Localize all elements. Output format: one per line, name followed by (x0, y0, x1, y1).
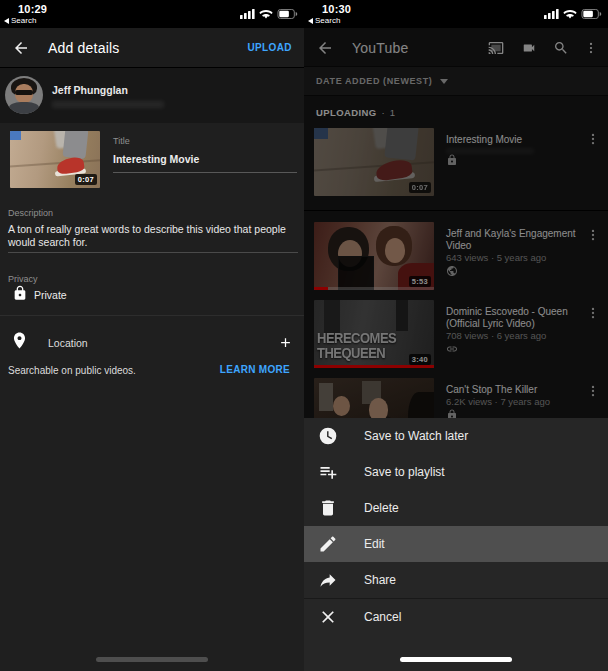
location-field[interactable]: Location (48, 337, 88, 349)
screen-add-details: 10:29 Search Add details UPLOAD Jeff Phu… (0, 0, 304, 671)
video-title: Interesting Movie (446, 134, 582, 146)
menu-item-share[interactable]: Share (304, 562, 608, 598)
status-bar: 10:29 Search (0, 0, 304, 28)
globe-icon (446, 265, 458, 277)
menu-item-delete[interactable]: Delete (304, 490, 608, 526)
lock-icon (446, 154, 458, 166)
video-thumbnail[interactable]: 0:07 (10, 131, 100, 188)
thumb-leg (63, 131, 89, 158)
back-app-label: Search (315, 16, 340, 25)
video-thumbnail[interactable]: 0:07 (314, 128, 434, 196)
description-label: Description (8, 208, 53, 218)
item-menu-icon[interactable] (586, 228, 600, 242)
video-thumbnail[interactable]: 5:53 (314, 222, 434, 290)
sort-filter-bar[interactable]: DATE ADDED (NEWEST) (304, 66, 608, 96)
redacted-text (52, 101, 164, 108)
screenshot-stage: 10:29 Search Add details UPLOAD Jeff Phu… (0, 0, 608, 671)
title-underline (113, 172, 297, 173)
cellular-signal-icon (240, 9, 255, 19)
thumb-blue-corner (10, 131, 21, 140)
trash-icon (318, 498, 338, 518)
menu-item-cancel[interactable]: Cancel (304, 599, 608, 635)
menu-item-label: Save to Watch later (364, 429, 468, 443)
watch-progress-bar (314, 365, 434, 368)
menu-item-save-watch-later[interactable]: Save to Watch later (304, 418, 608, 454)
section-divider (304, 210, 608, 211)
back-triangle-icon (4, 18, 9, 24)
upload-button[interactable]: UPLOAD (247, 42, 292, 53)
learn-more-link[interactable]: LEARN MORE (220, 364, 290, 375)
menu-item-label: Share (364, 573, 396, 587)
thumb-face-left (333, 396, 350, 416)
title-label: Title (113, 136, 130, 146)
duration-badge: 0:07 (409, 182, 431, 193)
home-indicator[interactable] (96, 657, 208, 662)
cellular-signal-icon (544, 9, 559, 19)
action-sheet: Save to Watch later Save to playlist Del… (304, 418, 608, 671)
camcorder-icon[interactable] (520, 41, 538, 55)
menu-item-label: Save to playlist (364, 465, 445, 479)
status-icons (240, 9, 298, 19)
video-meta: 708 views · 6 years ago (446, 330, 586, 341)
section-divider (0, 315, 304, 316)
video-title: Jeff and Kayla's Engagement Video (446, 228, 582, 252)
page-title: Add details (48, 40, 119, 56)
title-input[interactable]: Interesting Movie (113, 153, 199, 165)
privacy-label: Privacy (8, 274, 38, 284)
thumb-building-2 (396, 300, 408, 331)
more-options-icon[interactable] (584, 40, 598, 56)
account-name: Jeff Phungglan (52, 84, 128, 96)
item-menu-icon[interactable] (586, 306, 600, 320)
video-title: Dominic Escovedo - Queen (Official Lyric… (446, 306, 582, 330)
details-form: 0:07 Title Interesting Movie Description… (0, 123, 304, 671)
menu-item-save-playlist[interactable]: Save to playlist (304, 454, 608, 490)
home-indicator[interactable] (400, 657, 512, 662)
back-to-app-link[interactable]: Search (308, 16, 340, 25)
privacy-value[interactable]: Private (34, 289, 67, 301)
cast-icon[interactable] (487, 40, 505, 56)
share-arrow-icon (318, 570, 338, 590)
watch-later-icon (318, 426, 338, 446)
sort-filter-label: DATE ADDED (NEWEST) (316, 76, 432, 86)
thumb-overlay-text: HERECOMESTHEQUEEN (317, 330, 396, 360)
status-time: 10:29 (18, 3, 47, 15)
video-meta: 6.2K views · 7 years ago (446, 396, 586, 407)
close-icon (318, 607, 338, 627)
watch-progress-bar (314, 287, 328, 290)
page-title: YouTube (352, 40, 408, 56)
location-pin-icon (10, 331, 29, 350)
watch-progress-track (314, 365, 434, 368)
appbar-add-details: Add details UPLOAD (0, 28, 304, 68)
search-icon[interactable] (553, 40, 569, 56)
link-icon (446, 343, 458, 355)
video-thumbnail[interactable]: HERECOMESTHEQUEEN 3:40 (314, 300, 434, 368)
back-arrow-icon[interactable] (12, 39, 30, 57)
item-menu-icon[interactable] (586, 384, 600, 398)
description-input[interactable]: A ton of really great words to describe … (8, 223, 300, 249)
location-hint: Searchable on public videos. (8, 365, 136, 376)
back-to-app-link[interactable]: Search (4, 16, 36, 25)
thumb-blue-corner (314, 128, 328, 139)
thumb-floor (10, 158, 100, 168)
status-bar: 10:30 Search (304, 0, 608, 28)
item-menu-icon[interactable] (586, 132, 600, 146)
add-location-icon[interactable] (278, 335, 293, 350)
wifi-icon (563, 9, 577, 19)
duration-badge: 5:53 (409, 276, 431, 287)
video-meta: 643 views · 5 years ago (446, 252, 586, 263)
back-arrow-icon[interactable] (316, 39, 334, 57)
avatar[interactable] (5, 76, 43, 114)
duration-badge: 3:40 (409, 354, 431, 365)
back-app-label: Search (11, 16, 36, 25)
video-list-item[interactable]: HERECOMESTHEQUEEN 3:40 Dominic Escovedo … (304, 300, 608, 376)
video-list-item[interactable]: 5:53 Jeff and Kayla's Engagement Video 6… (304, 222, 608, 298)
redacted-text (446, 148, 534, 154)
avatar-shirt (9, 102, 39, 114)
lock-icon (12, 285, 28, 301)
menu-item-edit[interactable]: Edit (304, 526, 608, 562)
uploading-item[interactable]: 0:07 Interesting Movie (304, 126, 608, 202)
menu-item-label: Cancel (364, 610, 401, 624)
playlist-add-icon (318, 462, 338, 482)
wifi-icon (259, 9, 273, 19)
menu-item-label: Edit (364, 537, 385, 551)
